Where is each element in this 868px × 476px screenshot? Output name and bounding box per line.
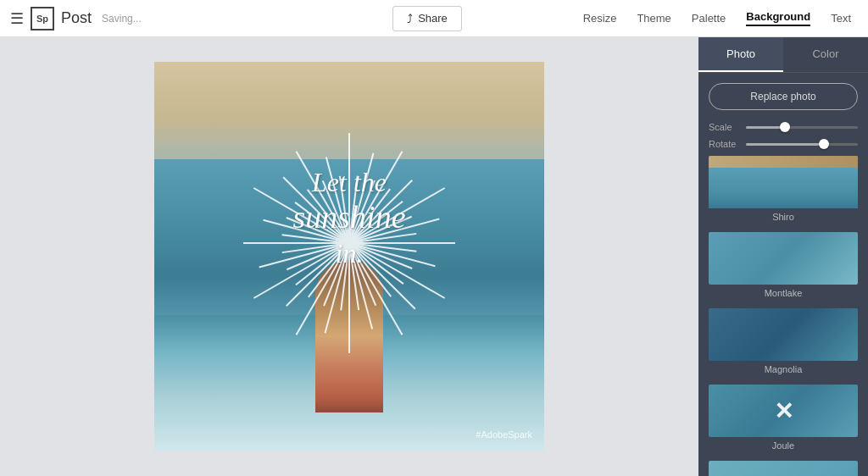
rotate-label: Rotate [709,139,741,149]
topbar: ☰ Sp Post Saving... ⤴ Share Resize Theme… [0,0,868,37]
tab-color[interactable]: Color [783,37,868,72]
rotate-slider-row: Rotate [709,139,858,149]
share-icon: ⤴ [407,12,413,25]
canvas-text-line3: in. [293,237,406,269]
nav-theme[interactable]: Theme [637,12,670,25]
thumbnail-joule[interactable]: ✕ Joule [709,385,858,451]
thumbnail-montlake[interactable]: Montlake [709,232,858,298]
thumbnail-last-img [709,461,858,476]
thumbnail-joule-img: ✕ [709,385,858,437]
thumbnail-magnolia-label: Magnolia [709,364,858,374]
topbar-center: ⤴ Share [392,6,462,31]
thumbnail-magnolia-img [709,308,858,361]
nav-text[interactable]: Text [831,12,851,25]
nav-background[interactable]: Background [746,10,810,26]
replace-photo-button[interactable]: Replace photo [709,83,858,110]
panel-body: Replace photo Scale Rotate [698,73,868,476]
tab-photo[interactable]: Photo [698,37,783,72]
thumbnail-montlake-label: Montlake [709,288,858,298]
scale-slider-row: Scale [709,122,858,132]
canvas-text-line2: sunshine [293,198,406,237]
logo-box: Sp [31,7,54,30]
topbar-left: ☰ Sp Post Saving... [0,7,392,30]
thumbnail-montlake-img [709,232,858,285]
rotate-fill [746,143,824,146]
scale-label: Scale [709,122,741,132]
canvas-text-line1: Let the [293,166,406,198]
thumbnail-magnolia[interactable]: Magnolia [709,308,858,374]
thumbnail-shiro-img [709,156,858,208]
thumbnail-shiro[interactable]: Shiro [709,156,858,222]
canvas-hashtag: #AdobeSpark [476,429,532,440]
panel-tabs: Photo Color [698,37,868,73]
canvas-container[interactable]: Let the sunshine in. #AdobeSpark [154,62,544,451]
thumbnail-shiro-label: Shiro [709,212,858,222]
hamburger-icon[interactable]: ☰ [10,9,24,28]
nav-resize[interactable]: Resize [583,12,617,25]
canvas-text: Let the sunshine in. [293,166,406,269]
app-name: Post [61,9,92,27]
thumbnail-last[interactable] [709,461,858,476]
thumbnail-joule-label: Joule [709,440,858,451]
saving-text: Saving... [102,13,142,25]
rotate-track[interactable] [746,143,858,146]
share-button[interactable]: ⤴ Share [392,6,462,31]
rotate-thumb[interactable] [819,139,829,149]
nav-palette[interactable]: Palette [692,12,726,25]
main-content: Let the sunshine in. #AdobeSpark Photo C… [0,37,868,476]
share-label: Share [418,12,448,25]
scale-thumb[interactable] [780,122,790,132]
logo-text: Sp [36,14,48,24]
topbar-right: Resize Theme Palette Background Text [462,10,868,26]
right-panel: Photo Color Replace photo Scale Rotate [698,37,868,476]
scale-track[interactable] [746,126,858,129]
joule-x-icon: ✕ [774,397,793,425]
canvas-area: Let the sunshine in. #AdobeSpark [0,37,698,476]
